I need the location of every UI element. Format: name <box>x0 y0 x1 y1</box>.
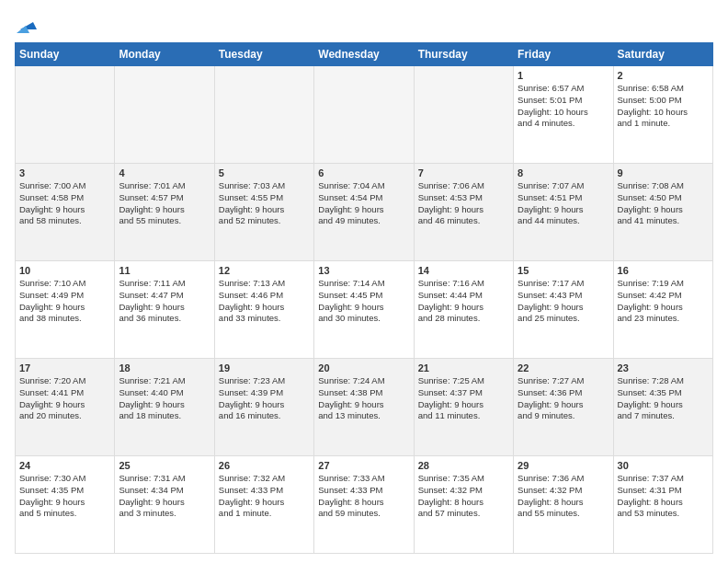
day-number: 15 <box>518 265 609 276</box>
calendar-cell: 10Sunrise: 7:10 AM Sunset: 4:49 PM Dayli… <box>16 261 115 359</box>
calendar-cell: 22Sunrise: 7:27 AM Sunset: 4:36 PM Dayli… <box>514 359 613 456</box>
day-info: Sunrise: 7:04 AM Sunset: 4:54 PM Dayligh… <box>318 180 409 227</box>
day-info: Sunrise: 7:13 AM Sunset: 4:46 PM Dayligh… <box>219 278 310 325</box>
day-info: Sunrise: 7:08 AM Sunset: 4:50 PM Dayligh… <box>618 180 709 227</box>
day-info: Sunrise: 6:57 AM Sunset: 5:01 PM Dayligh… <box>518 83 609 130</box>
day-info: Sunrise: 7:03 AM Sunset: 4:55 PM Dayligh… <box>219 180 310 227</box>
day-number: 17 <box>19 362 110 373</box>
day-number: 28 <box>418 460 509 471</box>
weekday-friday: Friday <box>514 43 613 66</box>
calendar-cell <box>214 66 313 164</box>
calendar-cell: 13Sunrise: 7:14 AM Sunset: 4:45 PM Dayli… <box>314 261 414 359</box>
calendar-cell: 5Sunrise: 7:03 AM Sunset: 4:55 PM Daylig… <box>214 164 313 261</box>
day-number: 30 <box>618 460 709 471</box>
calendar-cell: 21Sunrise: 7:25 AM Sunset: 4:37 PM Dayli… <box>414 359 513 456</box>
calendar-cell: 29Sunrise: 7:36 AM Sunset: 4:32 PM Dayli… <box>514 456 613 554</box>
week-row-1: 1Sunrise: 6:57 AM Sunset: 5:01 PM Daylig… <box>16 66 713 164</box>
day-info: Sunrise: 7:24 AM Sunset: 4:38 PM Dayligh… <box>318 375 409 422</box>
day-info: Sunrise: 7:17 AM Sunset: 4:43 PM Dayligh… <box>518 278 609 325</box>
day-number: 29 <box>518 460 609 471</box>
calendar-cell: 30Sunrise: 7:37 AM Sunset: 4:31 PM Dayli… <box>613 456 712 554</box>
calendar-cell: 20Sunrise: 7:24 AM Sunset: 4:38 PM Dayli… <box>314 359 414 456</box>
calendar-cell: 16Sunrise: 7:19 AM Sunset: 4:42 PM Dayli… <box>613 261 712 359</box>
day-info: Sunrise: 7:14 AM Sunset: 4:45 PM Dayligh… <box>318 278 409 325</box>
day-number: 18 <box>119 362 210 373</box>
calendar-cell: 4Sunrise: 7:01 AM Sunset: 4:57 PM Daylig… <box>115 164 214 261</box>
day-info: Sunrise: 7:32 AM Sunset: 4:33 PM Dayligh… <box>219 473 310 520</box>
calendar-cell: 6Sunrise: 7:04 AM Sunset: 4:54 PM Daylig… <box>314 164 414 261</box>
calendar-cell: 26Sunrise: 7:32 AM Sunset: 4:33 PM Dayli… <box>214 456 313 554</box>
day-number: 2 <box>618 70 709 81</box>
day-info: Sunrise: 7:30 AM Sunset: 4:35 PM Dayligh… <box>19 473 110 520</box>
day-number: 6 <box>318 167 409 178</box>
day-info: Sunrise: 7:28 AM Sunset: 4:35 PM Dayligh… <box>618 375 709 422</box>
calendar-cell: 23Sunrise: 7:28 AM Sunset: 4:35 PM Dayli… <box>613 359 712 456</box>
day-number: 1 <box>518 70 609 81</box>
week-row-5: 24Sunrise: 7:30 AM Sunset: 4:35 PM Dayli… <box>16 456 713 554</box>
day-number: 7 <box>418 167 509 178</box>
calendar-cell: 17Sunrise: 7:20 AM Sunset: 4:41 PM Dayli… <box>16 359 115 456</box>
day-number: 3 <box>19 167 110 178</box>
day-info: Sunrise: 7:31 AM Sunset: 4:34 PM Dayligh… <box>119 473 210 520</box>
calendar-cell: 18Sunrise: 7:21 AM Sunset: 4:40 PM Dayli… <box>115 359 214 456</box>
calendar-cell: 28Sunrise: 7:35 AM Sunset: 4:32 PM Dayli… <box>414 456 513 554</box>
day-number: 5 <box>219 167 310 178</box>
day-number: 19 <box>219 362 310 373</box>
calendar-cell: 15Sunrise: 7:17 AM Sunset: 4:43 PM Dayli… <box>514 261 613 359</box>
calendar-cell: 25Sunrise: 7:31 AM Sunset: 4:34 PM Dayli… <box>115 456 214 554</box>
day-info: Sunrise: 7:20 AM Sunset: 4:41 PM Dayligh… <box>19 375 110 422</box>
weekday-tuesday: Tuesday <box>214 43 313 66</box>
calendar-cell: 1Sunrise: 6:57 AM Sunset: 5:01 PM Daylig… <box>514 66 613 164</box>
logo-icon <box>17 13 37 33</box>
calendar-cell: 9Sunrise: 7:08 AM Sunset: 4:50 PM Daylig… <box>613 164 712 261</box>
calendar-cell <box>314 66 414 164</box>
page: SundayMondayTuesdayWednesdayThursdayFrid… <box>0 0 728 563</box>
day-info: Sunrise: 7:36 AM Sunset: 4:32 PM Dayligh… <box>518 473 609 520</box>
weekday-sunday: Sunday <box>16 43 115 66</box>
day-info: Sunrise: 7:33 AM Sunset: 4:33 PM Dayligh… <box>318 473 409 520</box>
day-number: 9 <box>618 167 709 178</box>
day-info: Sunrise: 7:11 AM Sunset: 4:47 PM Dayligh… <box>119 278 210 325</box>
calendar-cell <box>16 66 115 164</box>
day-info: Sunrise: 6:58 AM Sunset: 5:00 PM Dayligh… <box>618 83 709 130</box>
day-number: 13 <box>318 265 409 276</box>
logo <box>15 15 37 33</box>
calendar-cell: 14Sunrise: 7:16 AM Sunset: 4:44 PM Dayli… <box>414 261 513 359</box>
calendar-cell: 8Sunrise: 7:07 AM Sunset: 4:51 PM Daylig… <box>514 164 613 261</box>
calendar-cell <box>414 66 513 164</box>
day-number: 14 <box>418 265 509 276</box>
calendar-cell: 12Sunrise: 7:13 AM Sunset: 4:46 PM Dayli… <box>214 261 313 359</box>
weekday-wednesday: Wednesday <box>314 43 414 66</box>
logo-text <box>15 15 37 33</box>
day-info: Sunrise: 7:00 AM Sunset: 4:58 PM Dayligh… <box>19 180 110 227</box>
weekday-thursday: Thursday <box>414 43 513 66</box>
header <box>15 15 713 33</box>
calendar-cell: 11Sunrise: 7:11 AM Sunset: 4:47 PM Dayli… <box>115 261 214 359</box>
weekday-saturday: Saturday <box>613 43 712 66</box>
day-number: 8 <box>518 167 609 178</box>
calendar-table: SundayMondayTuesdayWednesdayThursdayFrid… <box>15 42 713 554</box>
day-info: Sunrise: 7:25 AM Sunset: 4:37 PM Dayligh… <box>418 375 509 422</box>
day-number: 23 <box>618 362 709 373</box>
calendar-cell: 24Sunrise: 7:30 AM Sunset: 4:35 PM Dayli… <box>16 456 115 554</box>
day-number: 25 <box>119 460 210 471</box>
day-number: 11 <box>119 265 210 276</box>
day-number: 4 <box>119 167 210 178</box>
week-row-4: 17Sunrise: 7:20 AM Sunset: 4:41 PM Dayli… <box>16 359 713 456</box>
weekday-monday: Monday <box>115 43 214 66</box>
day-info: Sunrise: 7:27 AM Sunset: 4:36 PM Dayligh… <box>518 375 609 422</box>
day-info: Sunrise: 7:21 AM Sunset: 4:40 PM Dayligh… <box>119 375 210 422</box>
day-info: Sunrise: 7:37 AM Sunset: 4:31 PM Dayligh… <box>618 473 709 520</box>
calendar-cell: 19Sunrise: 7:23 AM Sunset: 4:39 PM Dayli… <box>214 359 313 456</box>
day-number: 10 <box>19 265 110 276</box>
day-info: Sunrise: 7:19 AM Sunset: 4:42 PM Dayligh… <box>618 278 709 325</box>
day-info: Sunrise: 7:35 AM Sunset: 4:32 PM Dayligh… <box>418 473 509 520</box>
day-number: 21 <box>418 362 509 373</box>
day-number: 27 <box>318 460 409 471</box>
day-info: Sunrise: 7:23 AM Sunset: 4:39 PM Dayligh… <box>219 375 310 422</box>
day-number: 20 <box>318 362 409 373</box>
calendar-cell: 2Sunrise: 6:58 AM Sunset: 5:00 PM Daylig… <box>613 66 712 164</box>
calendar-cell: 27Sunrise: 7:33 AM Sunset: 4:33 PM Dayli… <box>314 456 414 554</box>
calendar-cell: 7Sunrise: 7:06 AM Sunset: 4:53 PM Daylig… <box>414 164 513 261</box>
day-info: Sunrise: 7:10 AM Sunset: 4:49 PM Dayligh… <box>19 278 110 325</box>
